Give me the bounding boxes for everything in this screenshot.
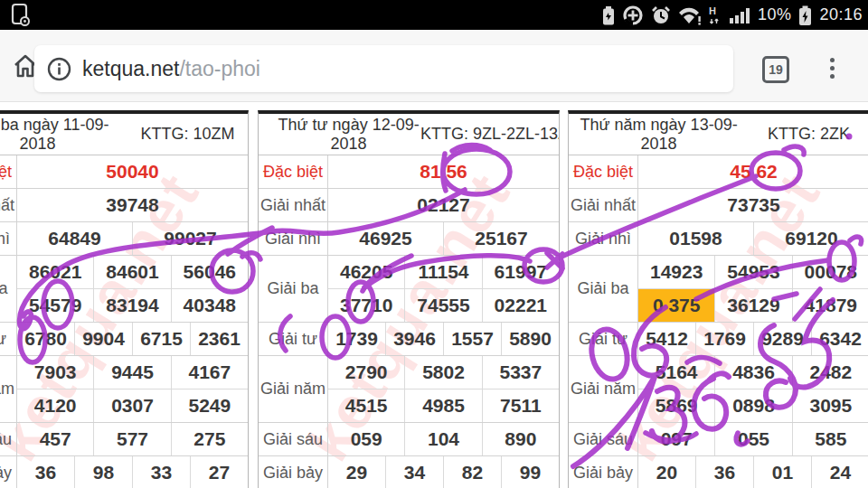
- prize-cell: 36: [695, 456, 753, 488]
- hspa-network-icon: H: [707, 5, 722, 26]
- alarm-icon: [650, 5, 672, 26]
- prize-row-nam: Giải năm790394454167412003075249: [0, 356, 248, 423]
- prize-cell: 98: [74, 456, 132, 488]
- prize-cell: 5869: [638, 389, 714, 422]
- prize-values: 457577275: [17, 423, 248, 455]
- prize-values: 4692525167: [328, 222, 559, 255]
- prize-values: 6484999027: [17, 222, 248, 255]
- prize-cell: 81 56: [328, 155, 559, 188]
- prize-row-db: Đặc biệt45 62: [569, 155, 868, 189]
- prize-cell: 4985: [404, 389, 481, 422]
- prize-values: 45 62: [638, 155, 868, 188]
- prize-cell: 84601: [93, 256, 170, 288]
- prize-subrow: 02127: [328, 189, 559, 221]
- prize-values: 1739394615575890: [328, 323, 559, 355]
- prize-cell: 82: [443, 456, 501, 488]
- prize-cell: 11154: [404, 256, 481, 288]
- prize-subrow: 457577275: [17, 423, 248, 455]
- prize-cell: 73735: [638, 189, 868, 221]
- prize-label: Giải sáu: [259, 423, 328, 455]
- browser-toolbar: ketqua.net/tao-phoi 19: [0, 30, 868, 102]
- prize-cell: 0898: [714, 389, 791, 422]
- prize-row-db: Đặc biệt50040: [0, 155, 248, 189]
- prize-row-nam: Giải năm279058025337451549857511: [259, 356, 559, 423]
- prize-cell: 29: [328, 456, 385, 488]
- prize-label: Giải ba: [569, 256, 638, 322]
- prize-label: Giải bảy: [0, 456, 17, 488]
- prize-cell: 37710: [328, 289, 404, 322]
- prize-subrow: 36983327: [17, 456, 248, 488]
- prize-row-nhi: Giải nhì0159869120: [569, 222, 868, 256]
- url-bar[interactable]: ketqua.net/tao-phoi: [34, 45, 733, 92]
- prize-values: 462051115461997377107455502221: [328, 256, 559, 322]
- prize-values: 6780990467152361: [17, 323, 248, 355]
- prize-cell: 0 375: [638, 289, 714, 322]
- tab-switcher-button[interactable]: 19: [762, 56, 789, 83]
- prize-cell: 36129: [714, 289, 791, 322]
- table-body: Thứ tư ngày 12-09-2018KTTG: 9ZL-2ZL-13ZL…: [259, 114, 559, 488]
- prize-cell: 1557: [443, 323, 501, 355]
- prize-label: Giải bảy: [259, 456, 328, 488]
- prize-row-bay: Giải bảy29348299: [259, 456, 559, 488]
- browser-menu-button[interactable]: [821, 52, 843, 84]
- table-header: Thứ năm ngày 13-09-2018KTTG: 2ZK: [569, 114, 868, 155]
- prize-values: 5412176992896342: [638, 323, 868, 355]
- prize-cell: 275: [171, 423, 248, 455]
- prize-label: Giải sáu: [0, 423, 17, 455]
- prize-label: Giải năm: [569, 356, 638, 422]
- prize-cell: 9904: [74, 323, 132, 355]
- prize-cell: 585: [792, 423, 868, 455]
- prize-cell: 34: [385, 456, 443, 488]
- prize-label: Giải bảy: [569, 456, 638, 488]
- prize-subrow: 39748: [17, 189, 248, 221]
- prize-label: Giải nhất: [259, 189, 328, 221]
- prize-cell: 104: [404, 423, 481, 455]
- prize-subrow: 73735: [638, 189, 868, 221]
- prize-row-nhat: Giải nhất73735: [569, 189, 868, 222]
- screenshot-phone-icon: [9, 3, 33, 27]
- prize-values: 02127: [328, 189, 559, 221]
- prize-label: Đặc biệt: [259, 155, 328, 188]
- prize-cell: 890: [482, 423, 559, 455]
- battery-charging-icon: [797, 5, 813, 26]
- prize-values: 81 56: [328, 155, 559, 188]
- prize-cell: 14923: [638, 256, 714, 288]
- battery-saver-icon: [601, 5, 616, 26]
- prize-cell: 56046: [171, 256, 248, 288]
- prize-cell: 74555: [404, 289, 481, 322]
- page-info-icon[interactable]: [47, 57, 71, 81]
- prize-subrow: 0 3753612941879: [638, 288, 868, 322]
- prize-row-tu: Giải tư5412176992896342: [569, 323, 868, 356]
- result-table-12-09: ketqua.netThứ tư ngày 12-09-2018KTTG: 9Z…: [258, 110, 560, 488]
- prize-label: Giải nhì: [259, 222, 328, 255]
- prize-label: Giải ba: [259, 256, 328, 322]
- kttg-code: KTTG: 2ZK: [749, 114, 868, 155]
- prize-subrow: 6780990467152361: [17, 323, 248, 355]
- prize-cell: 54953: [714, 256, 791, 288]
- prize-subrow: 5412176992896342: [638, 323, 868, 355]
- prize-cell: 02221: [482, 289, 559, 322]
- prize-subrow: 097055585: [638, 423, 868, 455]
- prize-cell: 0307: [93, 389, 170, 422]
- prize-cell: 6715: [132, 323, 190, 355]
- draw-date: Thứ ba ngày 11-09-2018: [0, 114, 127, 155]
- prize-cell: 01: [753, 456, 811, 488]
- prize-row-ba: Giải ba1492354953000780 3753612941879: [569, 256, 868, 323]
- prize-values: 29348299: [328, 456, 559, 488]
- prize-values: 50040: [17, 155, 248, 188]
- prize-row-nhat: Giải nhất02127: [259, 189, 559, 222]
- prize-cell: 7903: [17, 356, 93, 389]
- url-text[interactable]: ketqua.net/tao-phoi: [82, 57, 260, 81]
- prize-subrow: 45 62: [638, 155, 868, 188]
- prize-cell: 6342: [811, 323, 868, 355]
- kttg-code: KTTG: 9ZL-2ZL-13ZL: [439, 114, 559, 155]
- prize-cell: 5337: [482, 356, 559, 389]
- prize-cell: 4836: [714, 356, 791, 389]
- prize-label: Giải nhất: [569, 189, 638, 221]
- prize-row-nhat: Giải nhất39748: [0, 189, 248, 222]
- prize-cell: 83194: [93, 289, 170, 322]
- prize-cell: 01598: [638, 222, 753, 255]
- prize-label: Giải ba: [0, 256, 17, 322]
- prize-cell: 39748: [17, 189, 248, 221]
- prize-cell: 40348: [171, 289, 248, 322]
